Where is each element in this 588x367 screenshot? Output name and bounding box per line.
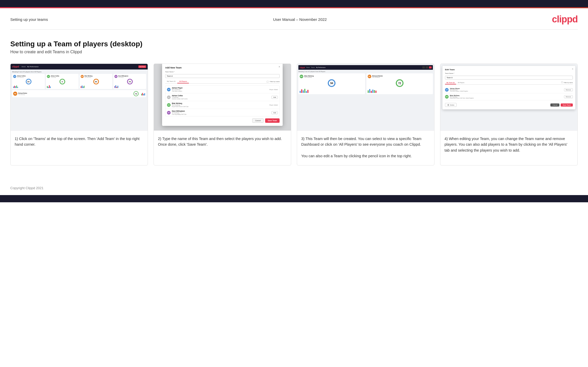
card-4: Edit Team × Team Name * My Team (2) All … <box>440 64 578 165</box>
modal-player-badge-3: Player Added <box>269 104 278 106</box>
clippd-logo: clippd <box>552 14 578 25</box>
ss2-bg: Add New Team × Team Name * My Team (2) A… <box>154 64 291 130</box>
edit-tab-my-team[interactable]: My Team (2) <box>445 81 456 84</box>
modal-filter: Filter by name <box>267 80 280 83</box>
ss3-bars-blair <box>300 88 364 93</box>
ss3-score-richard: 72 <box>396 79 404 87</box>
top-bar <box>0 0 588 7</box>
edit-footer-right: Cancel Save Team <box>550 103 573 107</box>
ss1-score-2: 0 <box>60 79 65 84</box>
modal-player-list: AP Adrian Player Plus Handicap The Shire… <box>165 85 280 116</box>
ss3-card-blair: BM Blair McHarg Plus Handicap 94 <box>298 73 365 94</box>
card-1: clippd Home My Performance Add Team Show… <box>10 64 148 165</box>
modal-player-item-2: AC Adrian Coliba 1 Handicap Central Lond… <box>165 93 279 101</box>
edit-player-info-1: Adrian Player Plus Handicap The Shire Lo… <box>450 88 563 92</box>
modal-tabs: My Team (2) All Players Filter by name <box>165 80 280 84</box>
cards-grid: clippd Home My Performance Add Team Show… <box>10 64 578 165</box>
page-content: Setting up a Team of players (desktop) H… <box>0 30 588 183</box>
edit-team-name-input[interactable] <box>445 76 573 80</box>
ss1-player-card-1: AP Adrian Collins Plus Handicap 84 <box>12 74 45 89</box>
modal-player-avatar-3: BM <box>167 103 171 107</box>
ss3-logo: clippd <box>300 67 305 68</box>
modal-player-avatar-4: DB <box>167 111 171 115</box>
ss3-avatar-richard: RB <box>368 75 371 78</box>
ss1-bars-5 <box>141 92 145 95</box>
ss1-bottom-card: RB Richard Butler Plus Handicap 72 <box>12 90 146 97</box>
ss3-bg: clippd Home Teams My Performance Showing <box>297 64 434 130</box>
ss3-section-label: Showing 2 out of 2 players from All Play… <box>298 71 433 72</box>
card-1-screenshot: clippd Home My Performance Add Team Show… <box>11 64 148 131</box>
card-3: clippd Home Teams My Performance Showing <box>297 64 434 165</box>
header-center-text: User Manual – November 2022 <box>273 17 327 22</box>
ss1-avatar-4: DB <box>114 75 117 78</box>
edit-tabs: My Team (2) All Players Filter by name <box>445 81 573 85</box>
ss1-nav: Home My Performance <box>22 66 39 67</box>
edit-player-item-2: BM Blair McHarg Plus Handicap Royal Nort… <box>445 93 573 100</box>
ss1-logo: clippd <box>12 65 19 68</box>
card-3-text: 3) This Team will then be created. You c… <box>297 131 434 165</box>
ss1-bars-1 <box>13 85 44 88</box>
edit-filter: Filter by name <box>561 81 573 84</box>
modal-player-info-3: Blair McHarg Plus Handicap Royal North D… <box>172 102 268 107</box>
ss1-score-3: 94 <box>93 79 99 84</box>
edit-label: Team Name * <box>445 73 573 74</box>
footer: Copyright Clippd 2021 <box>0 183 588 195</box>
card-4-screenshot: Edit Team × Team Name * My Team (2) All … <box>440 64 577 131</box>
ss3-score-blair: 94 <box>328 79 335 87</box>
edit-tab-all-players[interactable]: All Players <box>456 81 466 84</box>
edit-cancel-btn[interactable]: Cancel <box>550 103 559 107</box>
card-2-screenshot: Add New Team × Team Name * My Team (2) A… <box>154 64 291 131</box>
modal-team-name-input[interactable] <box>165 74 280 78</box>
modal-player-item-1: AP Adrian Player Plus Handicap The Shire… <box>165 86 279 93</box>
ss1-score-5: 72 <box>133 91 139 96</box>
ss1-avatar-2: AC <box>47 75 50 78</box>
ss3-cards-row: BM Blair McHarg Plus Handicap 94 <box>298 73 433 94</box>
modal-player-info-1: Adrian Player Plus Handicap The Shire Lo… <box>172 87 268 92</box>
ss3-avatar-blair: BM <box>300 75 303 78</box>
ss3-nav: Home Teams My Performance <box>306 67 326 68</box>
ss1-score-4: 78 <box>127 79 133 84</box>
modal-tab-all-players[interactable]: All Players <box>177 80 189 83</box>
ss1-add-team-btn[interactable]: Add Team <box>138 65 146 68</box>
footer-copyright: Copyright Clippd 2021 <box>10 186 44 190</box>
edit-modal-title: Edit Team <box>445 68 573 71</box>
edit-avatar-2: BM <box>445 95 449 99</box>
modal-save-btn[interactable]: Save Team <box>265 118 280 123</box>
edit-avatar-1: AP <box>445 88 449 92</box>
modal-close-icon[interactable]: × <box>279 65 280 68</box>
edit-remove-btn-1[interactable]: Remove <box>564 88 573 91</box>
page-title: Setting up a Team of players (desktop) <box>10 40 578 48</box>
edit-modal-close-icon[interactable]: × <box>572 68 573 70</box>
edit-footer: 🗑 Delete Cancel Save Team <box>445 103 573 107</box>
modal-player-avatar-2: AC <box>167 95 171 99</box>
modal-add-btn-2[interactable]: Add <box>271 96 278 99</box>
edit-save-btn[interactable]: Save Team <box>561 103 573 107</box>
ss1-player-card-3: BM Blair McHarg Plus Handicap 94 <box>80 74 112 89</box>
modal-player-item-3: BM Blair McHarg Plus Handicap Royal Nort… <box>165 101 279 109</box>
edit-delete-btn[interactable]: 🗑 Delete <box>445 103 457 107</box>
card-2-text: 2) Type the name of this Team and then s… <box>154 131 291 165</box>
modal-add-btn-4[interactable]: Add <box>271 111 278 114</box>
modal-cancel-btn[interactable]: Cancel <box>252 118 264 123</box>
modal-title: Add New Team <box>165 66 280 69</box>
modal-player-avatar-1: AP <box>167 88 171 91</box>
ss1-bars-4 <box>114 85 145 88</box>
card-3-screenshot: clippd Home Teams My Performance Showing <box>297 64 434 131</box>
edit-remove-btn-2[interactable]: Remove <box>564 95 573 98</box>
modal-player-item-4: DB Dave Billingham 5.5 Handicap The Dog … <box>165 109 279 116</box>
modal-player-info-4: Dave Billingham 5.5 Handicap The Dog Maj… <box>172 110 270 115</box>
ss1-player-card-2: AC Adrian Coliba 1 Handicap 0 <box>46 74 79 89</box>
ss1-player-card-4: DB Dave Billingham 5 Handicap 78 <box>113 74 146 89</box>
modal-team-name-label: Team Name * <box>165 71 280 73</box>
ss1-bars-2 <box>47 85 78 88</box>
edit-team-modal: Edit Team × Team Name * My Team (2) All … <box>442 66 575 109</box>
modal-tab-my-team[interactable]: My Team (2) <box>165 80 177 83</box>
card-2: Add New Team × Team Name * My Team (2) A… <box>154 64 291 165</box>
ss3-card-richard: RB Richard Butler Plus Handicap 72 <box>366 73 433 94</box>
modal-footer: Cancel Save Team <box>165 118 280 123</box>
bottom-bar <box>0 195 588 202</box>
edit-player-info-2: Blair McHarg Plus Handicap Royal North D… <box>450 95 563 99</box>
ss1-avatar-5: RB <box>13 92 17 96</box>
card-1-text: 1) Click on 'Teams' at the top of the sc… <box>11 131 148 165</box>
modal-player-info-2: Adrian Coliba 1 Handicap Central London … <box>172 95 270 100</box>
